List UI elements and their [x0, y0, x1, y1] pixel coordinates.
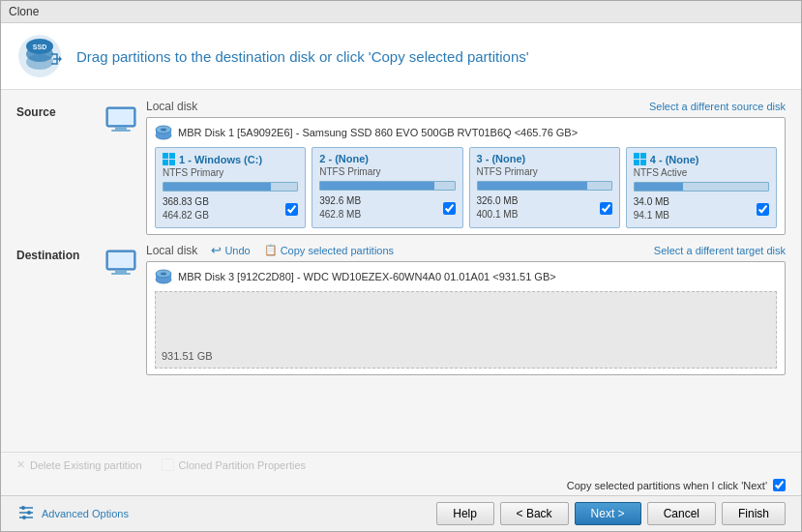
- partition-4-total: 94.1 MB: [634, 209, 669, 222]
- svg-rect-10: [111, 130, 131, 132]
- partition-2-used: 392.6 MB: [319, 194, 361, 208]
- dest-disk-name: MBR Disk 3 [912C2D80] - WDC WD10EZEX-60W…: [178, 271, 556, 282]
- cloned-partition-label: Cloned Partition Properties: [179, 459, 306, 471]
- source-disk-name: MBR Disk 1 [5A9092E6] - Samsung SSD 860 …: [178, 127, 578, 138]
- source-body: Local disk Select a different source dis…: [104, 100, 786, 235]
- copy-row: Copy selected partitions when I click 'N…: [1, 477, 801, 495]
- partition-2-sizes: 392.6 MB 462.8 MB: [319, 194, 361, 222]
- undo-link[interactable]: ↩ Undo: [211, 243, 250, 257]
- partition-3-fill: [478, 182, 587, 190]
- destination-body: Local disk ↩ Undo 📋 Copy selected partit…: [104, 243, 786, 375]
- svg-rect-24: [108, 252, 134, 268]
- partition-1-total: 464.82 GB: [163, 209, 209, 222]
- dest-disk-empty: 931.51 GB: [155, 291, 777, 369]
- dest-disk-icon: [155, 268, 172, 285]
- undo-label: Undo: [224, 245, 250, 256]
- svg-rect-15: [163, 153, 168, 159]
- destination-with-icon: Local disk ↩ Undo 📋 Copy selected partit…: [104, 243, 786, 375]
- advanced-options-link[interactable]: Advanced Options: [42, 508, 129, 519]
- partition-3-used: 326.0 MB: [477, 194, 519, 208]
- partition-4-sizes: 34.0 MB 94.1 MB: [634, 195, 669, 222]
- partition-4-header: 4 - (None): [634, 153, 769, 165]
- destination-disk-area: Local disk ↩ Undo 📋 Copy selected partit…: [146, 243, 786, 375]
- partition-4: 4 - (None) NTFS Active 34.0 MB: [626, 147, 777, 228]
- footer-left: Advanced Options: [16, 503, 129, 525]
- partition-4-name: 4 - (None): [650, 154, 699, 165]
- svg-rect-9: [115, 127, 127, 130]
- copy-icon: 📋: [264, 244, 278, 256]
- sliders-icon: [16, 503, 36, 522]
- partition-1-name: 1 - Windows (C:): [179, 154, 262, 165]
- svg-point-30: [161, 273, 166, 276]
- partition-3-footer: 326.0 MB 400.1 MB: [477, 194, 612, 222]
- disk-icon: [155, 124, 172, 141]
- svg-rect-20: [640, 153, 646, 159]
- partition-3: 3 - (None) NTFS Primary 326.0 MB: [469, 147, 620, 228]
- destination-header-row: Local disk ↩ Undo 📋 Copy selected partit…: [146, 243, 786, 257]
- source-sub-label: Local disk: [146, 100, 197, 113]
- partition-2: 2 - (None) NTFS Primary 392.6 MB: [312, 147, 462, 228]
- cancel-button[interactable]: Cancel: [647, 502, 716, 525]
- destination-section: Destination Local dis: [16, 243, 786, 375]
- partition-1-fill: [163, 183, 271, 191]
- partition-3-bar: [477, 181, 612, 191]
- partition-2-name: 2 - (None): [319, 153, 369, 164]
- partition-1-checkbox[interactable]: [285, 203, 298, 216]
- partition-2-checkbox[interactable]: [443, 202, 456, 215]
- partition-4-footer: 34.0 MB 94.1 MB: [634, 195, 769, 222]
- partition-1-footer: 368.83 GB 464.82 GB: [163, 195, 298, 222]
- clone-icon: SSD: [16, 33, 63, 79]
- partition-4-type: NTFS Active: [634, 167, 769, 178]
- svg-rect-22: [640, 160, 646, 165]
- partition-3-checkbox[interactable]: [600, 202, 612, 215]
- partition-1-bar: [163, 182, 298, 192]
- svg-rect-21: [634, 160, 639, 165]
- partition-1: 1 - Windows (C:) NTFS Primary 368.83 GB: [155, 147, 306, 228]
- source-with-icon: Local disk Select a different source dis…: [104, 100, 786, 235]
- partition-1-type: NTFS Primary: [163, 167, 298, 178]
- partition-1-header: 1 - Windows (C:): [163, 153, 298, 165]
- partition-2-footer: 392.6 MB 462.8 MB: [319, 194, 455, 222]
- dest-disk-box: MBR Disk 3 [912C2D80] - WDC WD10EZEX-60W…: [146, 261, 786, 375]
- destination-label: Destination: [16, 243, 104, 262]
- partition-4-checkbox[interactable]: [757, 203, 769, 216]
- clone-window: Clone SSD Drag partitions to the destina…: [0, 0, 802, 532]
- source-disk-title: MBR Disk 1 [5A9092E6] - Samsung SSD 860 …: [155, 124, 777, 141]
- source-computer-icon: [104, 100, 138, 141]
- back-button[interactable]: < Back: [500, 502, 569, 525]
- undo-icon: ↩: [211, 243, 222, 257]
- cloned-partition-option: Cloned Partition Properties: [162, 458, 306, 471]
- delete-partition-option: ✕ Delete Existing partition: [16, 458, 142, 471]
- partition-4-fill: [635, 183, 683, 191]
- partition-2-checkbox-cell: [443, 202, 456, 215]
- svg-rect-18: [169, 160, 175, 165]
- copy-next-label: Copy selected partitions when I click 'N…: [567, 480, 767, 491]
- partition-3-type: NTFS Primary: [477, 166, 612, 177]
- partition-1-used: 368.83 GB: [163, 195, 209, 209]
- partition-1-sizes: 368.83 GB 464.82 GB: [163, 195, 209, 222]
- next-button[interactable]: Next >: [575, 502, 641, 525]
- source-header-row: Local disk Select a different source dis…: [146, 100, 786, 113]
- partition-3-sizes: 326.0 MB 400.1 MB: [477, 194, 519, 222]
- copy-next-checkbox[interactable]: [773, 479, 786, 491]
- cloned-checkbox: [162, 458, 174, 471]
- dest-computer-icon: [104, 243, 138, 284]
- header-title: Drag partitions to the destination disk …: [76, 48, 529, 65]
- select-target-link[interactable]: Select a different target disk: [654, 245, 786, 256]
- window-title: Clone: [9, 5, 39, 18]
- select-source-link[interactable]: Select a different source disk: [649, 101, 786, 112]
- svg-rect-25: [115, 270, 127, 273]
- finish-button[interactable]: Finish: [722, 502, 786, 525]
- help-button[interactable]: Help: [436, 502, 494, 525]
- svg-point-36: [22, 516, 26, 519]
- svg-text:SSD: SSD: [33, 44, 46, 50]
- footer-buttons: Help < Back Next > Cancel Finish: [436, 502, 786, 525]
- partitions-row: 1 - Windows (C:) NTFS Primary 368.83 GB: [155, 147, 777, 228]
- copy-partitions-link[interactable]: 📋 Copy selected partitions: [264, 244, 394, 256]
- svg-rect-8: [108, 109, 134, 125]
- partition-3-name: 3 - (None): [477, 153, 526, 164]
- svg-rect-17: [163, 160, 168, 165]
- partition-2-total: 462.8 MB: [319, 208, 361, 222]
- dest-disk-title: MBR Disk 3 [912C2D80] - WDC WD10EZEX-60W…: [155, 268, 777, 285]
- svg-rect-16: [169, 153, 175, 159]
